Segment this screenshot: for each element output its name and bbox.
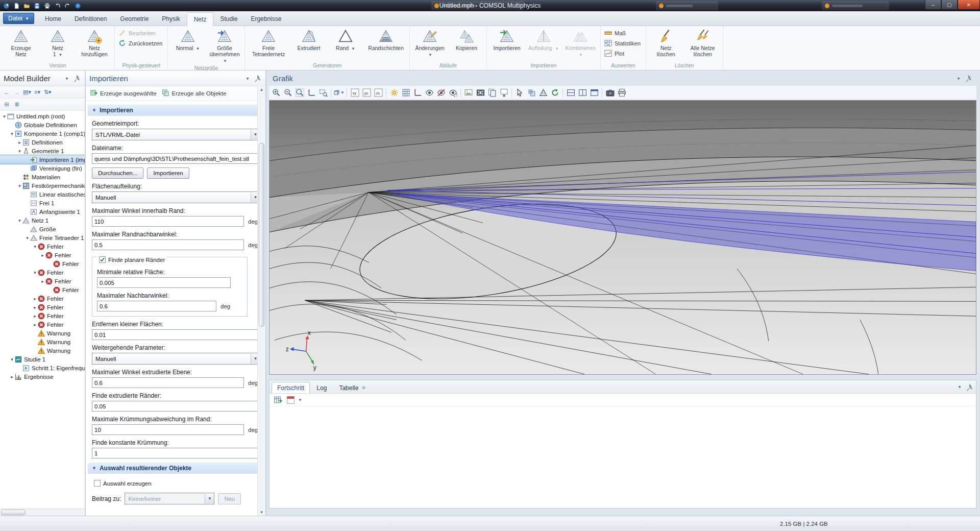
scrollbar-thumb[interactable] xyxy=(259,143,264,327)
select-weitergehende-parameter[interactable]: Manuell▼ xyxy=(92,353,260,365)
ribbon-button-rand[interactable]: Rand ▼ xyxy=(327,27,364,53)
dropdown-arrow-icon[interactable]: ▼ xyxy=(298,398,302,402)
ribbon-button-netz-hinzuf-gen[interactable]: Netzhinzufügen xyxy=(76,27,113,58)
nav-forward-icon[interactable]: → xyxy=(12,88,21,97)
ribbon-button-kopieren[interactable]: Kopieren xyxy=(448,27,485,52)
ribbon-tab-ergebnisse[interactable]: Ergebnisse xyxy=(244,12,288,26)
ribbon-tab-geometrie[interactable]: Geometrie xyxy=(113,12,155,26)
panel-menu-icon[interactable]: ▾ xyxy=(955,383,964,391)
tree-menu-icon[interactable]: ▤▾ xyxy=(22,88,32,97)
tree-node-linear-elastisches-material-1[interactable]: Linear elastisches Material 1 xyxy=(0,190,85,199)
ribbon-button-erzeuge-netz[interactable]: ErzeugeNetz xyxy=(3,27,39,58)
tree-node-festk-rpermechanik-solid[interactable]: ▾Festkörpermechanik (solid) xyxy=(0,181,85,190)
input-maximale-kruemmungsabweichung-im-rand[interactable] xyxy=(92,424,244,435)
pin-icon[interactable] xyxy=(966,383,974,391)
ribbon-button-netz-1[interactable]: Netz1 ▼ xyxy=(39,27,76,59)
button-durchsuchen[interactable]: Durchsuchen... xyxy=(92,167,143,179)
nav-back-icon[interactable]: ← xyxy=(2,88,11,97)
close-button[interactable]: ✕ xyxy=(958,0,980,10)
zoom-box-icon[interactable] xyxy=(317,87,329,99)
expand-arrow-icon[interactable]: ▾ xyxy=(17,149,22,154)
tree-node-definitionen[interactable]: ▸Definitionen xyxy=(0,138,85,147)
input-entfernen-kleiner-flaechen[interactable] xyxy=(92,329,258,340)
save-icon[interactable] xyxy=(33,2,41,10)
zoom-in-icon[interactable] xyxy=(271,87,282,99)
print-icon[interactable] xyxy=(43,2,52,10)
ribbon-button-randschichten[interactable]: Randschichten xyxy=(364,27,408,52)
input-finde-konstante-kruemmung[interactable] xyxy=(92,448,258,458)
maximize-graphics-icon[interactable] xyxy=(589,87,600,99)
new-file-icon[interactable] xyxy=(12,2,21,10)
settings-scrollbar[interactable]: ▲ ▼ xyxy=(257,86,265,516)
input-minimale-relative-flaeche[interactable] xyxy=(97,277,231,288)
button-erzeuge-alle-objekte[interactable]: Erzeuge alle Objekte xyxy=(162,89,227,98)
copy-image-to-clipboard-icon[interactable] xyxy=(486,87,498,99)
view-orientation-icon[interactable]: ▼ xyxy=(333,87,345,99)
record-animation-icon[interactable] xyxy=(475,87,486,99)
input-maximaler-randnachbarwinkel[interactable] xyxy=(92,239,244,250)
select-flaechenaufteilung[interactable]: Manuell▼ xyxy=(92,191,260,203)
input-dateiname[interactable] xyxy=(92,153,258,164)
expand-arrow-icon[interactable]: ▾ xyxy=(17,218,22,223)
tree-node-anfangswerte-1[interactable]: Anfangswerte 1 xyxy=(0,207,85,216)
file-menu-button[interactable]: Datei▼ xyxy=(3,13,34,24)
tree-node-materialien[interactable]: Materialien xyxy=(0,173,85,181)
tree-node-fehler[interactable]: Fehler xyxy=(0,259,85,268)
checkbox-auswahl-erzeugen[interactable]: Auswahl erzeugen xyxy=(92,480,154,487)
section-header-importieren[interactable]: ▼Importieren xyxy=(88,105,263,116)
ribbon-tab-physik[interactable]: Physik xyxy=(155,12,186,26)
tree-node-komponente-1-comp1[interactable]: ▾Komponente 1 (comp1) xyxy=(0,129,85,138)
tree-node-fehler[interactable]: ▸Fehler xyxy=(0,251,85,259)
maximize-button[interactable]: ▢ xyxy=(941,0,958,10)
ribbon-button-ma[interactable]: Maß xyxy=(602,28,644,38)
refresh-scene-icon[interactable] xyxy=(549,87,560,99)
ribbon-button-gr-e-bernehmen[interactable]: Größeübernehmen ▼ xyxy=(206,27,243,65)
tree-node-vereinigung-fin[interactable]: Vereinigung (fin) xyxy=(0,164,85,173)
section-header-auswahl-resultierender-objekte[interactable]: ▼Auswahl resultierender Objekte xyxy=(88,463,263,474)
input-finde-extrudierte-raender[interactable] xyxy=(92,401,258,412)
toggle-tree-view-icon[interactable]: ≣ xyxy=(12,100,21,109)
tree-node-fehler[interactable]: ▸Fehler xyxy=(0,294,85,303)
checkbox-finde-planare-r-nder[interactable]: Finde planare Ränder xyxy=(97,256,167,263)
go-to-zx-view-icon[interactable]: zx xyxy=(373,87,384,99)
ribbon-button-importieren[interactable]: Importieren xyxy=(488,27,525,52)
tab-log[interactable]: Log xyxy=(311,382,332,393)
ribbon-button-nderungen[interactable]: Änderungen ▼ xyxy=(411,27,448,59)
split-view-horizontal-icon[interactable] xyxy=(565,87,576,99)
expand-arrow-icon[interactable]: ▾ xyxy=(24,235,30,240)
expand-arrow-icon[interactable]: ▸ xyxy=(17,140,22,145)
button-erzeuge-ausgew-hlte[interactable]: Erzeuge ausgewählte xyxy=(90,89,157,98)
expand-arrow-icon[interactable]: ▾ xyxy=(32,270,38,275)
tab-tabelle[interactable]: Tabelle✕ xyxy=(333,382,371,393)
help-icon[interactable]: ? xyxy=(74,2,82,10)
tree-node-warnung[interactable]: Warnung xyxy=(0,346,85,355)
mesh-3d-scene[interactable]: x z y xyxy=(270,101,976,374)
expand-arrow-icon[interactable]: ▾ xyxy=(9,357,15,362)
tree-node-fehler[interactable]: ▸Fehler xyxy=(0,277,85,285)
minimize-button[interactable]: – xyxy=(925,0,941,10)
wireframe-icon[interactable] xyxy=(537,87,549,99)
expand-arrow-icon[interactable]: ▸ xyxy=(32,313,38,319)
tree-node-frei-1[interactable]: Frei 1 xyxy=(0,199,85,207)
ribbon-button-normal[interactable]: Normal ▼ xyxy=(169,27,206,53)
ribbon-button-plot[interactable]: Plot xyxy=(602,49,644,59)
panel-menu-icon[interactable]: ▾ xyxy=(243,74,252,82)
expand-arrow-icon[interactable]: ▾ xyxy=(2,114,7,119)
options-menu-icon[interactable]: ≡▾ xyxy=(33,88,42,97)
tree-node-fehler[interactable]: ▾Fehler xyxy=(0,242,85,251)
hide-selected-icon[interactable] xyxy=(435,87,447,99)
split-view-vertical-icon[interactable] xyxy=(577,87,588,99)
ribbon-button-netz-l-schen[interactable]: Netzlöschen xyxy=(648,27,684,58)
show-axes-icon[interactable] xyxy=(412,87,423,99)
go-to-xy-view-icon[interactable]: xy xyxy=(349,87,360,99)
tab-fortschritt[interactable]: Fortschritt xyxy=(272,382,310,393)
pin-icon[interactable] xyxy=(254,74,262,82)
panel-menu-icon[interactable]: ▾ xyxy=(954,74,963,82)
tree-node-fehler[interactable]: Fehler xyxy=(0,285,85,294)
tree-node-globale-definitionen[interactable]: Globale Definitionen xyxy=(0,120,85,129)
collapse-all-icon[interactable]: ⊟ xyxy=(2,100,11,109)
expand-arrow-icon[interactable]: ▸ xyxy=(32,322,38,327)
progress-table-icon[interactable] xyxy=(272,394,283,405)
show-selected-icon[interactable] xyxy=(424,87,435,99)
print-icon[interactable] xyxy=(616,87,627,99)
